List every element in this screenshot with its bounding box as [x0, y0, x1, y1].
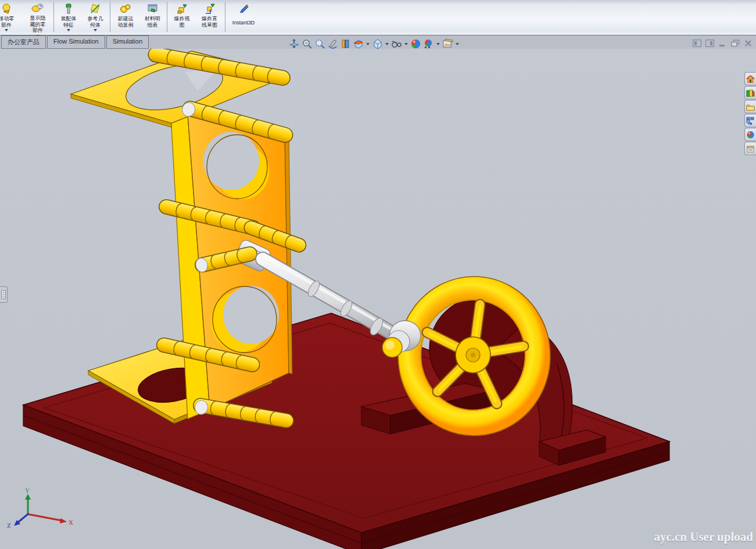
- restore-icon[interactable]: [731, 40, 740, 47]
- dropdown-arrow-icon[interactable]: [67, 29, 70, 31]
- triad-x-label: X: [69, 519, 73, 526]
- custom-properties-icon: [746, 145, 755, 153]
- dropdown-arrow-icon[interactable]: [5, 29, 8, 31]
- bill-of-materials-icon: [146, 2, 160, 15]
- view-palette-icon: [746, 117, 755, 125]
- instant3d-button[interactable]: Instant3D: [227, 0, 260, 34]
- new-motion-study-button[interactable]: 新建运动算例: [112, 0, 139, 34]
- command-manager-toolbar: 移动零部件 显示隐藏的零部件 装配体特征 参考几何体 新建运动算例: [0, 0, 756, 35]
- move-component-icon: [0, 2, 13, 15]
- home-icon: [746, 75, 755, 83]
- toolbar-separator: [110, 2, 110, 32]
- window-controls: [693, 40, 753, 47]
- triad-y-label: Y: [25, 487, 30, 494]
- dropdown-arrow-icon[interactable]: [385, 43, 389, 45]
- button-label: 移动零部件: [0, 16, 15, 28]
- show-hidden-components-button[interactable]: 显示隐藏的零部件: [23, 0, 52, 34]
- orientation-triad: Y X Z: [7, 487, 73, 529]
- section-view-icon[interactable]: [353, 38, 364, 49]
- new-motion-study-icon: [119, 2, 132, 15]
- task-pane-view-palette-tab[interactable]: [744, 114, 756, 127]
- instant3d-icon: [237, 2, 250, 15]
- assembly-features-button[interactable]: 装配体特征: [55, 0, 82, 34]
- watermark-text: ayc.cn User upload: [654, 530, 753, 544]
- move-component-button[interactable]: 移动零部件: [0, 0, 22, 34]
- splitter-grip-icon: [1, 290, 6, 299]
- graphics-viewport[interactable]: Y X Z ayc.cn User upload: [0, 49, 756, 549]
- task-pane-tabs: [744, 72, 756, 155]
- explode-line-sketch-icon: [203, 2, 216, 15]
- task-pane-home-tab[interactable]: [744, 72, 756, 85]
- show-hidden-components-icon: [31, 2, 45, 15]
- exploded-view-button[interactable]: 爆炸视图: [169, 0, 195, 34]
- apply-scene-icon[interactable]: [442, 38, 453, 49]
- dropdown-arrow-icon[interactable]: [436, 43, 440, 45]
- folder-icon: [746, 103, 755, 111]
- button-label: 爆炸直线草图: [201, 16, 218, 28]
- assembly-features-icon: [62, 2, 75, 15]
- button-label: 爆炸视图: [173, 16, 191, 28]
- dropdown-arrow-icon[interactable]: [94, 29, 97, 31]
- zoom-to-area-icon[interactable]: [302, 38, 313, 49]
- zoom-to-fit-icon[interactable]: [289, 38, 300, 49]
- exploded-view-icon: [175, 2, 188, 15]
- close-icon[interactable]: [744, 40, 753, 47]
- button-label: 装配体特征: [60, 16, 77, 28]
- button-label: 参考几何体: [87, 16, 104, 28]
- solidworks-window: { "commandbar": { "buttons": [ {"label":…: [0, 0, 756, 549]
- design-library-icon: [746, 89, 755, 97]
- dropdown-arrow-icon[interactable]: [456, 43, 459, 45]
- tab-office-products[interactable]: 办公室产品: [1, 35, 46, 49]
- tab-flow-simulation[interactable]: Flow Simulation: [47, 35, 105, 49]
- reference-geometry-button[interactable]: 参考几何体: [82, 0, 109, 34]
- appearances-scenes-icon: [746, 131, 755, 139]
- triad-z-label: Z: [7, 522, 11, 529]
- toolbar-separator: [167, 2, 167, 32]
- dropdown-arrow-icon[interactable]: [366, 43, 370, 45]
- reference-geometry-icon: [89, 2, 102, 15]
- dropdown-arrow-icon[interactable]: [404, 43, 408, 45]
- hide-show-items-icon[interactable]: [410, 38, 421, 49]
- task-pane-file-explorer-tab[interactable]: [744, 100, 756, 113]
- task-pane-design-library-tab[interactable]: [744, 86, 756, 99]
- toolbar-separator: [225, 2, 225, 32]
- tab-simulation[interactable]: Simulation: [106, 35, 149, 49]
- pan-view-icon[interactable]: [340, 38, 351, 49]
- task-pane-appearances-tab[interactable]: [744, 128, 756, 141]
- button-label: 新建运动算例: [117, 16, 134, 28]
- explode-line-sketch-button[interactable]: 爆炸直线草图: [195, 0, 224, 34]
- button-label: 显示隐藏的零部件: [29, 15, 46, 34]
- base-plate[interactable]: [23, 313, 669, 549]
- button-label: 材料明细表: [144, 16, 162, 28]
- model-scene: Y X Z: [0, 49, 756, 549]
- collapse-left-pane-icon[interactable]: [693, 40, 701, 47]
- zoom-in-out-icon[interactable]: [314, 38, 325, 49]
- task-pane-custom-properties-tab[interactable]: [744, 142, 756, 155]
- button-label: Instant3D: [227, 20, 260, 26]
- collapse-right-pane-icon[interactable]: [705, 40, 714, 47]
- edit-appearance-icon[interactable]: [423, 38, 434, 49]
- display-style-icon[interactable]: [391, 38, 402, 49]
- minimize-icon[interactable]: [718, 40, 727, 47]
- bracket-tower[interactable]: [71, 49, 301, 429]
- heads-up-view-toolbar: [289, 38, 460, 49]
- toolbar-separator: [53, 2, 54, 32]
- feature-tree-splitter[interactable]: [0, 286, 8, 303]
- rotate-view-icon[interactable]: [327, 38, 338, 49]
- view-orientation-icon[interactable]: [372, 38, 383, 49]
- bill-of-materials-button[interactable]: 材料明细表: [139, 0, 166, 34]
- move-component-button-clipped: 移动零部件: [0, 0, 23, 34]
